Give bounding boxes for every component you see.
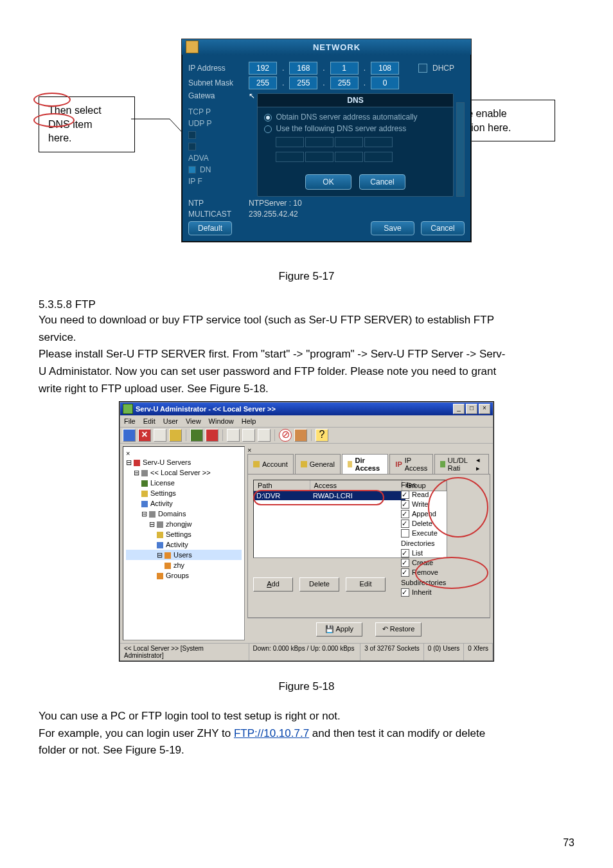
tree-item[interactable]: Activity: [126, 498, 242, 509]
cancel-button[interactable]: Cancel: [421, 221, 465, 235]
tree-item[interactable]: Activity: [126, 539, 242, 550]
tab-ul-dl[interactable]: UL/DL Rati◂ ▸: [434, 454, 489, 474]
perm-inherit[interactable]: Inherit: [401, 588, 484, 597]
tab-row: Account General Dir Access IP IP Access …: [247, 454, 490, 474]
close-icon[interactable]: ×: [479, 404, 490, 414]
radio-icon: [264, 125, 272, 133]
ntp-value: NTPServer : 10: [249, 199, 302, 208]
menu-edit[interactable]: Edit: [143, 417, 155, 425]
sm-octet-1[interactable]: 255: [249, 77, 277, 89]
ip-octet-1[interactable]: 192: [249, 62, 277, 75]
dns-option-auto[interactable]: Obtain DNS server address automatically: [264, 113, 446, 122]
tree-item-selected-user[interactable]: zhy: [126, 560, 242, 570]
edit-button[interactable]: Edit: [346, 577, 386, 592]
ok-button[interactable]: OK: [305, 174, 351, 190]
side-item-udp[interactable]: UDP P: [188, 118, 218, 129]
tree-item[interactable]: Settings: [126, 529, 242, 539]
tree-item-groups[interactable]: Groups: [126, 570, 242, 581]
menu-window[interactable]: Window: [209, 417, 234, 425]
permissions-box: Files Read Write Append Delete Execute D…: [401, 480, 484, 597]
tb-play-icon[interactable]: [190, 429, 203, 442]
network-title: NETWORK: [202, 42, 471, 52]
dir-access-panel: Path Access Group D:\DVR RWAD-LCRI Files: [247, 474, 490, 618]
tb-help-icon[interactable]: ?: [315, 429, 328, 442]
cancel-button[interactable]: Cancel: [359, 174, 405, 190]
scrollbar-icon[interactable]: [456, 102, 465, 197]
add-button[interactable]: AAdddd: [253, 577, 293, 592]
annotation-circle-sub: [415, 557, 488, 589]
dhcp-checkbox[interactable]: [418, 64, 427, 73]
tree-item-users[interactable]: ⊟ Users: [126, 550, 242, 560]
dns-field-1[interactable]: [276, 137, 446, 149]
sm-octet-2[interactable]: 255: [289, 77, 317, 89]
side-item-adv[interactable]: ADVA: [188, 152, 218, 164]
menu-view[interactable]: View: [186, 417, 201, 425]
ftp-link[interactable]: FTP://10.10.7.7: [234, 727, 309, 739]
tb-stop-icon[interactable]: [206, 429, 218, 442]
apply-row: 💾 Apply ↶ Restore: [247, 618, 490, 640]
col-access[interactable]: Access: [310, 480, 403, 491]
side-item-tcp[interactable]: TCP P: [188, 106, 218, 118]
section-heading: 5.3.5.8 FTP: [39, 298, 574, 311]
apply-button[interactable]: 💾 Apply: [316, 622, 362, 637]
side-item-ipf[interactable]: IP F: [188, 176, 218, 187]
dns-field-2[interactable]: [276, 152, 446, 164]
tree-item[interactable]: ⊟ Domains: [126, 509, 242, 519]
tb-cut-icon[interactable]: [227, 429, 240, 442]
tb-no-icon[interactable]: ⊘: [279, 429, 292, 442]
dns-option-manual[interactable]: Use the following DNS server address: [264, 124, 446, 133]
maximize-icon[interactable]: □: [466, 404, 477, 414]
tree-item[interactable]: ⊟ Serv-U Servers: [126, 457, 242, 467]
col-path[interactable]: Path: [254, 480, 310, 491]
dns-panel: DNS Obtain DNS server address automatica…: [257, 93, 453, 197]
network-titlebar: NETWORK: [182, 39, 471, 55]
body-text: folder or not. See Figure 5-19.: [39, 743, 574, 759]
tab-account[interactable]: Account: [247, 454, 294, 474]
doc-icon: [301, 461, 307, 467]
tab-dir-access[interactable]: Dir Access: [342, 454, 388, 474]
sm-octet-3[interactable]: 255: [330, 77, 359, 89]
status-speed: Down: 0.000 kBps / Up: 0.000 kBps: [249, 644, 361, 660]
ip-address-label: IP Address: [188, 64, 244, 73]
row-subnet-mask: Subnet Mask 255. 255. 255. 0: [188, 77, 465, 89]
ip-octet-4[interactable]: 108: [371, 62, 399, 75]
default-button[interactable]: Default: [188, 221, 232, 235]
minimize-icon[interactable]: _: [453, 404, 465, 414]
tab-ip-access[interactable]: IP IP Access: [389, 454, 433, 474]
sm-octet-4[interactable]: 0: [371, 77, 399, 89]
tree-item[interactable]: ⊟ zhongjw: [126, 519, 242, 529]
side-item-dns[interactable]: DN: [188, 164, 218, 176]
tree-item[interactable]: License: [126, 478, 242, 488]
body-text: You can use a PC or FTP login tool to te…: [39, 709, 574, 725]
tb-delete-icon[interactable]: ×: [138, 429, 151, 442]
tb-props-icon[interactable]: [258, 429, 271, 442]
ip-octet-2[interactable]: 168: [289, 62, 317, 75]
ntp-label: NTP: [188, 199, 244, 208]
tab-general[interactable]: General: [295, 454, 341, 474]
ip-octet-3[interactable]: 1: [330, 62, 359, 75]
restore-button[interactable]: ↶ Restore: [375, 622, 422, 637]
tb-undo-icon[interactable]: [169, 429, 182, 442]
tb-copy-icon[interactable]: [154, 429, 166, 442]
tb-paste-icon[interactable]: [242, 429, 255, 442]
tb-home-icon[interactable]: [294, 429, 307, 442]
folder-icon: [348, 461, 353, 467]
body-text: Please install Ser-U FTP SERVER first. F…: [39, 347, 574, 363]
status-server: << Local Server >> [System Administrator…: [120, 644, 249, 660]
dns-button-row: OK Cancel: [258, 169, 452, 196]
servu-window: Serv-U Administrator - << Local Server >…: [120, 402, 493, 661]
body-text: For example, you can login user ZHY to F…: [39, 726, 574, 742]
body-text: write right to FTP upload user. See Figu…: [39, 381, 574, 397]
menu-user[interactable]: User: [163, 417, 178, 425]
toolbar: × ⊘ ?: [120, 428, 493, 444]
tree-item[interactable]: Settings: [126, 488, 242, 498]
tree-item[interactable]: ⊟ << Local Server >>: [126, 467, 242, 478]
delete-button[interactable]: Delete: [299, 577, 339, 592]
figure-caption-1: Figure 5-17: [39, 270, 574, 283]
annotation-circle-path: [253, 490, 384, 505]
save-button[interactable]: Save: [371, 221, 414, 235]
menu-help[interactable]: Help: [242, 417, 256, 425]
menu-file[interactable]: File: [124, 417, 136, 425]
multicast-value: 239.255.42.42: [249, 210, 298, 219]
tb-save-icon[interactable]: [123, 429, 136, 442]
